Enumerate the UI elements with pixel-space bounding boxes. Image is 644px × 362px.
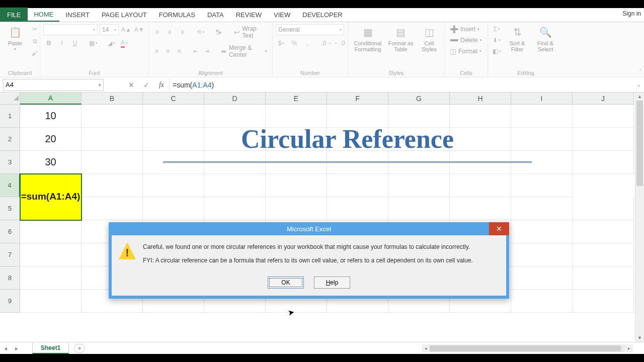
tab-view[interactable]: VIEW — [268, 8, 296, 22]
scroll-up-button[interactable]: ▲ — [635, 93, 644, 101]
cell-A6[interactable] — [20, 220, 82, 243]
formula-input[interactable]: =sum(A1:A4) — [169, 79, 634, 91]
align-bottom-button[interactable]: ≡ — [177, 27, 188, 37]
expand-formula-bar-button[interactable]: ⌄ — [634, 82, 644, 87]
cell-I8[interactable] — [511, 266, 573, 290]
paste-button[interactable]: 📋 Paste ▾ — [3, 24, 27, 52]
cell-I1[interactable] — [511, 105, 573, 128]
column-header-E[interactable]: E — [266, 93, 327, 105]
find-select-button[interactable]: 🔍Find & Select — [532, 24, 558, 53]
column-header-F[interactable]: F — [327, 93, 388, 105]
cell-E3[interactable] — [266, 151, 327, 174]
cell-F5[interactable] — [327, 197, 388, 220]
conditional-formatting-button[interactable]: ▦Conditional Formatting — [351, 24, 384, 53]
dialog-ok-button[interactable]: OK — [268, 277, 304, 289]
align-center-button[interactable]: ≡ — [163, 46, 172, 56]
cell-A9[interactable] — [20, 290, 82, 313]
cell-J1[interactable] — [573, 105, 634, 128]
autosum-button[interactable]: Σ — [491, 24, 502, 34]
cell-E1[interactable] — [266, 105, 327, 128]
tab-review[interactable]: REVIEW — [230, 8, 268, 22]
cell-B5[interactable] — [82, 197, 143, 220]
hscroll-right-button[interactable]: ▸ — [625, 346, 633, 351]
cell-B2[interactable] — [82, 128, 143, 151]
sort-filter-button[interactable]: ⇅Sort & Filter — [504, 24, 530, 53]
vscroll-thumb[interactable] — [636, 101, 643, 186]
cell-F2[interactable] — [327, 128, 388, 151]
decrease-decimal-button[interactable]: ←.0 — [334, 38, 345, 48]
cell-H2[interactable] — [450, 128, 511, 151]
cell-B3[interactable] — [82, 151, 143, 174]
ltr-button[interactable]: ¶▸ — [214, 27, 224, 37]
column-header-B[interactable]: B — [82, 93, 143, 105]
scroll-down-button[interactable]: ▼ — [635, 334, 644, 342]
italic-button[interactable]: I — [56, 38, 67, 48]
cell-I7[interactable] — [511, 243, 573, 266]
format-painter-button[interactable]: 🖌 — [29, 48, 40, 58]
cell-J6[interactable] — [573, 220, 634, 243]
cell-D4[interactable] — [143, 174, 204, 197]
row-header-2[interactable]: 2 — [0, 128, 20, 151]
name-box[interactable]: A4 — [3, 79, 104, 91]
cell-C1[interactable] — [143, 105, 204, 128]
insert-cells-button[interactable]: ➕Insert▾ — [448, 24, 481, 34]
column-header-J[interactable]: J — [573, 93, 634, 105]
decrease-indent-button[interactable]: ⇤ — [191, 46, 200, 56]
fill-button[interactable]: ⬇ — [491, 35, 502, 45]
cell-A4[interactable]: =sum(A1:A4) — [20, 174, 82, 220]
cell-E4[interactable] — [204, 174, 266, 197]
font-name-combo[interactable] — [43, 24, 98, 35]
comma-button[interactable]: , — [302, 38, 313, 48]
cell-J7[interactable] — [573, 243, 634, 266]
cell-H1[interactable] — [450, 105, 511, 128]
column-header-A[interactable]: A — [20, 93, 82, 105]
row-header-3[interactable]: 3 — [0, 151, 20, 174]
delete-cells-button[interactable]: ➖Delete▾ — [448, 35, 484, 45]
hscroll-thumb[interactable] — [430, 345, 621, 351]
sheet-tab-sheet1[interactable]: Sheet1 — [32, 343, 69, 354]
font-color-button[interactable]: A — [119, 38, 130, 48]
row-header-5[interactable]: 5 — [0, 197, 20, 220]
cell-J3[interactable] — [573, 151, 634, 174]
cell-A3[interactable]: 30 — [20, 151, 82, 174]
bold-button[interactable]: B — [43, 38, 54, 48]
cell-C4[interactable] — [82, 174, 143, 197]
dialog-close-button[interactable]: ✕ — [489, 222, 509, 235]
cell-J2[interactable] — [573, 128, 634, 151]
cell-J4[interactable] — [511, 174, 573, 197]
cell-D5[interactable] — [204, 197, 266, 220]
cell-D3[interactable] — [204, 151, 266, 174]
cell-C2[interactable] — [143, 128, 204, 151]
cell-styles-button[interactable]: ◫Cell Styles — [417, 24, 441, 53]
sheet-nav-next[interactable]: ▸ — [11, 345, 22, 352]
cell-C3[interactable] — [143, 151, 204, 174]
cell-G3[interactable] — [388, 151, 450, 174]
select-all-corner[interactable] — [0, 93, 20, 105]
align-top-button[interactable]: ≡ — [152, 27, 163, 37]
vertical-scrollbar[interactable]: ▲ ▼ — [635, 93, 644, 342]
cell-J8[interactable] — [573, 266, 634, 290]
decrease-font-button[interactable]: A▼ — [134, 25, 145, 35]
cell-E5[interactable] — [266, 197, 327, 220]
clear-button[interactable]: ◧ — [491, 46, 502, 56]
row-header-8[interactable]: 8 — [0, 266, 20, 290]
new-sheet-button[interactable]: + — [74, 344, 85, 353]
tab-developer[interactable]: DEVELOPER — [296, 8, 348, 22]
tab-home[interactable]: HOME — [28, 8, 59, 22]
cell-I6[interactable] — [511, 220, 573, 243]
row-header-1[interactable]: 1 — [0, 105, 20, 128]
column-header-C[interactable]: C — [143, 93, 204, 105]
cell-C5[interactable] — [143, 197, 204, 220]
orientation-button[interactable]: ⟲ — [195, 27, 206, 37]
cell-A2[interactable]: 20 — [20, 128, 82, 151]
enter-formula-button[interactable]: ✓ — [139, 79, 154, 91]
cell-G4[interactable] — [327, 174, 388, 197]
percent-button[interactable]: % — [289, 38, 300, 48]
collapse-ribbon-button[interactable]: ˄ — [639, 68, 642, 75]
cell-J9[interactable] — [573, 290, 634, 313]
align-middle-button[interactable]: ≡ — [165, 27, 175, 37]
cell-G5[interactable] — [388, 197, 450, 220]
increase-decimal-button[interactable]: .0→ — [321, 38, 332, 48]
row-header-7[interactable]: 7 — [0, 243, 20, 266]
align-left-button[interactable]: ≡ — [152, 46, 161, 56]
